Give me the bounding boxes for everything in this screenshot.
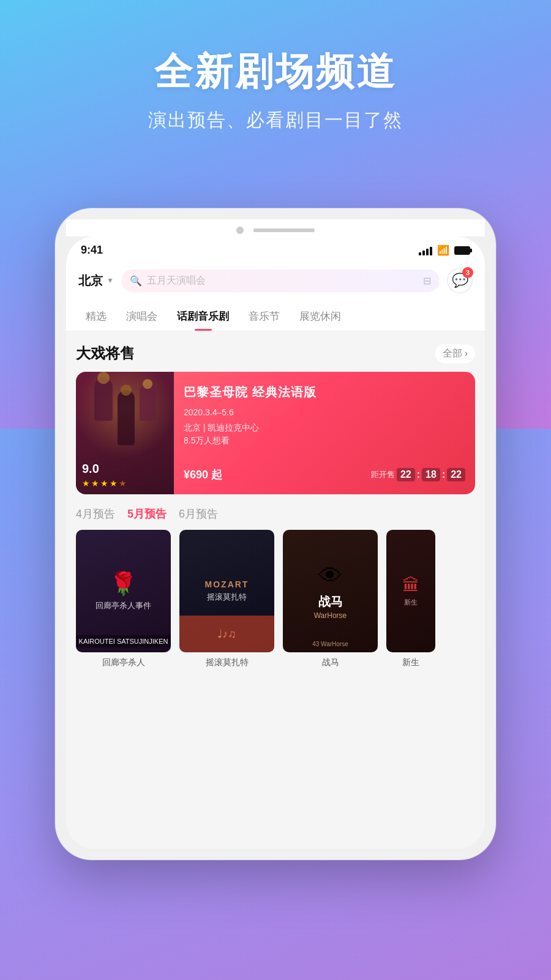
search-clear-icon: ⊟	[423, 275, 431, 287]
phone-notch	[66, 219, 485, 236]
tab-yinyuejie[interactable]: 音乐节	[239, 302, 290, 331]
tab-june[interactable]: 6月预告	[179, 507, 218, 521]
hero-subtitle: 演出预告、必看剧目一目了然	[0, 108, 551, 133]
wifi-icon: 📶	[437, 244, 449, 256]
status-icons: 📶	[419, 244, 470, 256]
city-selector[interactable]: 北京 ▼	[78, 273, 114, 289]
search-icon: 🔍	[130, 275, 142, 287]
poster-2: MOZART 摇滚莫扎特 ♩♪♫	[179, 530, 274, 652]
battery-icon	[454, 246, 470, 255]
tab-huaju[interactable]: 话剧音乐剧	[167, 302, 239, 331]
featured-venue: 北京 | 凯迪拉克中心	[184, 420, 465, 435]
phone-outer: 9:41 📶 北京	[55, 208, 496, 860]
hero-section: 全新剧场频道 演出预告、必看剧目一目了然	[0, 49, 551, 133]
tab-zhanlan[interactable]: 展览休闲	[290, 302, 351, 331]
preview-tabs: 4月预告 5月预告 6月预告	[76, 507, 475, 521]
status-time: 9:41	[81, 244, 103, 257]
phone-inner: 9:41 📶 北京	[66, 236, 485, 849]
countdown-min: 18	[422, 468, 440, 481]
movie-label-1: 回廊亭杀人	[76, 657, 171, 668]
featured-title: 巴黎圣母院 经典法语版	[184, 384, 465, 400]
section-header: 大戏将售 全部 ›	[76, 344, 475, 363]
section-more-button[interactable]: 全部 ›	[435, 344, 475, 363]
movie-cards-row: 🌹 回廊亭杀人事件 KAIROUTEI SATSUJINJIKEN 回廊亭杀人	[76, 530, 475, 668]
movie-label-4: 新生	[386, 657, 435, 668]
countdown-label: 距开售	[371, 469, 395, 480]
section-title: 大戏将售	[76, 344, 135, 363]
tab-jingxuan[interactable]: 精选	[76, 302, 116, 331]
movie-label-3: 战马	[283, 657, 378, 668]
movie-card-3[interactable]: 👁 战马 WarHorse 43 WarHorse 战马	[283, 530, 378, 668]
featured-meta: 2020.3.4–5.6 北京 | 凯迪拉克中心	[184, 405, 465, 435]
phone-screen: 9:41 📶 北京	[66, 236, 485, 849]
movie-card-2[interactable]: MOZART 摇滚莫扎特 ♩♪♫ 摇滚莫扎特	[179, 530, 274, 668]
signal-icon	[419, 246, 432, 255]
poster-1: 🌹 回廊亭杀人事件 KAIROUTEI SATSUJINJIKEN	[76, 530, 171, 652]
featured-image: 9.0 ★ ★ ★ ★ ★	[76, 372, 174, 494]
message-button[interactable]: 💬 3	[447, 268, 473, 293]
poster-1-en: KAIROUTEI SATSUJINJIKEN	[76, 635, 171, 647]
movie-label-2: 摇滚莫扎特	[179, 657, 274, 668]
featured-want: 8.5万人想看	[184, 435, 465, 447]
featured-footer: ¥690 起 距开售 22 : 18 : 22	[184, 467, 465, 482]
countdown-sec: 22	[447, 468, 465, 481]
featured-date: 2020.3.4–5.6	[184, 405, 465, 420]
more-label: 全部	[443, 347, 462, 360]
featured-stars: ★ ★ ★ ★ ★	[82, 478, 127, 488]
movie-card-4[interactable]: 🏛 新生 新生	[386, 530, 435, 668]
city-arrow-icon: ▼	[107, 276, 114, 285]
tab-may[interactable]: 5月预告	[127, 507, 167, 521]
city-name: 北京	[78, 273, 103, 289]
featured-info: 巴黎圣母院 经典法语版 2020.3.4–5.6 北京 | 凯迪拉克中心 8.5…	[174, 372, 475, 494]
featured-rating: 9.0	[82, 462, 99, 476]
notch-line	[253, 228, 315, 232]
tab-april[interactable]: 4月预告	[76, 507, 115, 521]
featured-price: ¥690 起	[184, 467, 222, 482]
status-bar: 9:41 📶	[66, 236, 485, 262]
phone-mockup: 9:41 📶 北京	[55, 208, 496, 860]
countdown-hour: 22	[397, 468, 415, 481]
featured-card[interactable]: 9.0 ★ ★ ★ ★ ★	[76, 372, 475, 494]
notch-dot	[236, 227, 244, 234]
poster-4: 🏛 新生	[386, 530, 435, 652]
hero-title: 全新剧场频道	[0, 49, 551, 94]
poster-3: 👁 战马 WarHorse 43 WarHorse	[283, 530, 378, 652]
featured-countdown: 距开售 22 : 18 : 22	[371, 468, 465, 481]
content-area: 大戏将售 全部 ›	[66, 331, 485, 680]
search-bar[interactable]: 🔍 五月天演唱会 ⊟	[121, 270, 440, 292]
more-arrow-icon: ›	[465, 348, 468, 359]
app-header: 北京 ▼ 🔍 五月天演唱会 ⊟ 💬 3	[66, 262, 485, 302]
poster-1-cn: 回廊亭杀人事件	[96, 600, 151, 611]
tab-yanchanghui[interactable]: 演唱会	[116, 302, 167, 331]
poster-2-cn: 摇滚莫扎特	[207, 592, 247, 603]
warhorse-label: 43 WarHorse	[288, 641, 373, 647]
movie-card-1[interactable]: 🌹 回廊亭杀人事件 KAIROUTEI SATSUJINJIKEN 回廊亭杀人	[76, 530, 171, 668]
message-badge: 3	[462, 267, 473, 278]
search-placeholder: 五月天演唱会	[147, 274, 418, 287]
nav-tabs: 精选 演唱会 话剧音乐剧 音乐节 展览休闲	[66, 302, 485, 331]
